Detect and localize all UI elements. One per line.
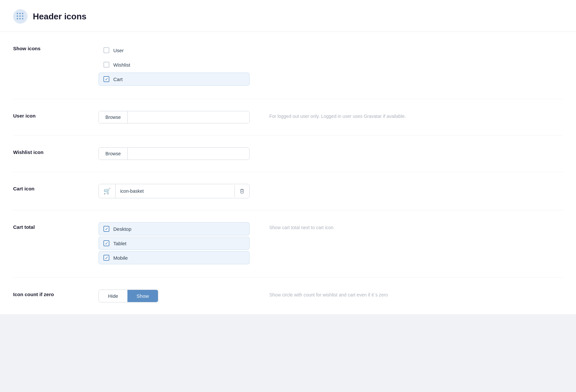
shopping-cart-icon: 🛒 (103, 187, 111, 195)
show-icons-row: Show icons User Wishlist ✓ Cart (13, 32, 563, 99)
icon-count-zero-label: Icon count if zero (13, 290, 85, 297)
cart-total-label: Cart total (13, 222, 85, 230)
grid-icon (17, 13, 24, 20)
page-header: Header icons (0, 0, 576, 32)
wishlist-icon-label: Wishlist icon (13, 147, 85, 155)
checkbox-wishlist[interactable]: Wishlist (99, 58, 250, 71)
checkbox-desktop-box[interactable]: ✓ (103, 226, 109, 232)
user-icon-input[interactable] (128, 111, 249, 123)
show-icons-hint (263, 44, 563, 46)
checkmark-mobile-icon: ✓ (105, 256, 108, 260)
checkmark-icon: ✓ (105, 77, 108, 81)
checkbox-wishlist-box[interactable] (103, 62, 109, 68)
checkbox-wishlist-label: Wishlist (113, 62, 130, 68)
trash-icon (239, 188, 245, 194)
wishlist-icon-controls: Browse (99, 147, 250, 160)
icon-count-zero-hint: Show circle with count for wishlist and … (263, 290, 563, 297)
wishlist-icon-hint (263, 147, 563, 150)
cart-total-hint: Show cart total next to cart icon (263, 222, 563, 230)
checkbox-tablet[interactable]: ✓ Tablet (99, 237, 250, 250)
checkbox-user-box[interactable] (103, 47, 109, 53)
cart-icon-preview: 🛒 (99, 184, 116, 198)
wishlist-icon-file-group: Browse (99, 147, 250, 160)
show-icons-controls: User Wishlist ✓ Cart (99, 44, 250, 87)
user-icon-browse-btn[interactable]: Browse (99, 111, 128, 123)
checkmark-tablet-icon: ✓ (105, 241, 108, 246)
icon-count-zero-controls: Hide Show (99, 290, 250, 302)
user-icon-row: User icon Browse For logged out user onl… (13, 99, 563, 136)
wishlist-icon-row: Wishlist icon Browse (13, 136, 563, 172)
checkbox-mobile-label: Mobile (113, 255, 128, 261)
cart-total-controls: ✓ Desktop ✓ Tablet ✓ Mobi (99, 222, 250, 266)
header-icon-circle (13, 9, 28, 24)
user-icon-file-group: Browse (99, 111, 250, 123)
checkbox-cart[interactable]: ✓ Cart (99, 73, 250, 86)
checkbox-user-label: User (113, 48, 124, 53)
cart-icon-input-group: 🛒 (99, 184, 250, 198)
icon-count-zero-row: Icon count if zero Hide Show Show circle… (13, 278, 563, 314)
show-icons-label: Show icons (13, 44, 85, 51)
wishlist-icon-browse-btn[interactable]: Browse (99, 148, 128, 160)
settings-card: Header icons Show icons User Wishlist (0, 0, 576, 314)
cart-total-row: Cart total ✓ Desktop ✓ Tablet (13, 210, 563, 278)
checkbox-desktop[interactable]: ✓ Desktop (99, 222, 250, 235)
cart-icon-controls: 🛒 (99, 184, 250, 198)
cart-icon-delete-btn[interactable] (234, 185, 249, 197)
show-toggle-btn[interactable]: Show (127, 290, 158, 302)
cart-icon-label: Cart icon (13, 184, 85, 191)
page-title: Header icons (33, 11, 86, 22)
checkbox-tablet-label: Tablet (113, 241, 126, 246)
cart-icon-text-input[interactable] (116, 185, 234, 197)
checkbox-mobile[interactable]: ✓ Mobile (99, 251, 250, 264)
checkbox-user[interactable]: User (99, 44, 250, 57)
user-icon-hint: For logged out user only. Logged in user… (263, 111, 563, 119)
user-icon-controls: Browse (99, 111, 250, 123)
checkbox-cart-label: Cart (113, 76, 122, 82)
hide-toggle-btn[interactable]: Hide (99, 290, 127, 302)
checkbox-desktop-label: Desktop (113, 226, 131, 232)
checkbox-cart-box[interactable]: ✓ (103, 76, 109, 82)
cart-icon-row: Cart icon 🛒 (13, 172, 563, 210)
page-content: Show icons User Wishlist ✓ Cart (0, 32, 576, 314)
cart-icon-hint (263, 184, 563, 186)
wishlist-icon-input[interactable] (128, 148, 249, 160)
checkbox-mobile-box[interactable]: ✓ (103, 255, 109, 261)
checkbox-tablet-box[interactable]: ✓ (103, 240, 109, 246)
checkmark-desktop-icon: ✓ (105, 227, 108, 231)
page-wrapper: Header icons Show icons User Wishlist (0, 0, 576, 392)
icon-count-toggle-group: Hide Show (99, 290, 158, 302)
user-icon-label: User icon (13, 111, 85, 119)
